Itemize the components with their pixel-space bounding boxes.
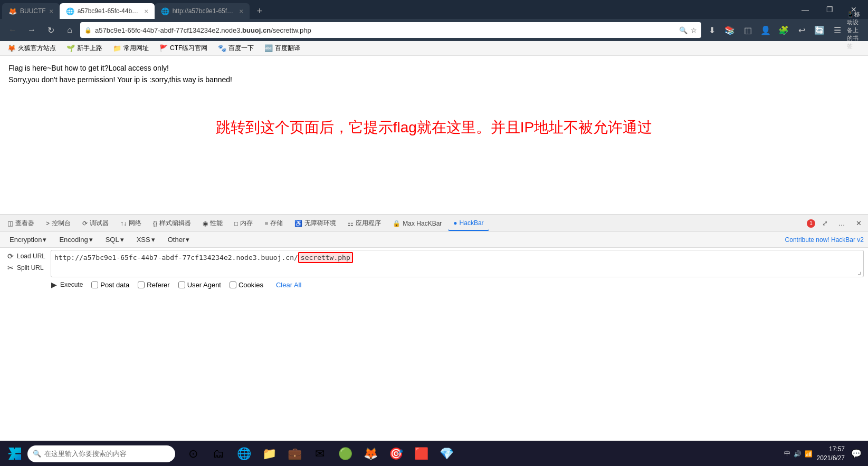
download-button[interactable]: ⬇ <box>703 22 720 38</box>
collections-button[interactable]: 📚 <box>721 22 738 38</box>
xss-chevron-icon: ▾ <box>151 236 155 244</box>
tab-close-third[interactable]: ✕ <box>239 8 243 14</box>
mobile-bookmarks[interactable]: 📱移动设备上的书签 <box>847 22 864 38</box>
devtools-tab-application[interactable]: ⚏ 应用程序 <box>342 216 386 231</box>
menu-button[interactable]: ☰ <box>829 22 846 38</box>
devtools-tab-hackbar[interactable]: ● HackBar <box>448 216 489 231</box>
hackbar-bottom-row: ▶ Execute Post data Referer User Agent <box>4 279 864 290</box>
bookmark-huhu[interactable]: 🦊 火狐官方站点 <box>4 43 59 54</box>
home-button[interactable]: ⌂ <box>61 22 78 38</box>
hackbar-url-display[interactable]: http://a57bc9e1-65fc-44b7-abdf-77cf13423… <box>51 250 864 277</box>
cookies-checkbox-label[interactable]: Cookies <box>230 281 263 289</box>
taskbar-app-taskview[interactable]: 🗂 <box>207 442 230 465</box>
back-button[interactable]: ← <box>4 22 21 38</box>
hackbar-checkboxes: Post data Referer User Agent Cookies C <box>91 280 301 290</box>
hackbar-contribute-link[interactable]: Contribute now! HackBar v2 <box>785 236 864 244</box>
cookies-checkbox[interactable] <box>230 281 236 288</box>
taskbar-app-tools[interactable]: 🎯 <box>384 442 407 465</box>
useragent-checkbox[interactable] <box>178 281 185 288</box>
bookmark-common[interactable]: 📁 常用网址 <box>110 43 152 54</box>
hackbar-menu-other[interactable]: Other ▾ <box>163 235 195 245</box>
useragent-checkbox-label[interactable]: User Agent <box>178 281 221 289</box>
execute-button[interactable]: ▶ Execute <box>47 279 85 290</box>
lock-icon: 🔒 <box>84 27 92 34</box>
tab-favicon-active: 🌐 <box>66 7 74 15</box>
taskbar-search-bar[interactable]: 🔍 在这里输入你要搜索的内容 <box>27 445 175 462</box>
taskbar-app-edge[interactable]: 🌐 <box>232 442 255 465</box>
history-back-button[interactable]: ↩ <box>793 22 810 38</box>
taskbar-app-store[interactable]: 💼 <box>283 442 306 465</box>
devtools-expand-button[interactable]: ⤢ <box>817 216 832 231</box>
referer-checkbox-label[interactable]: Referer <box>138 281 169 289</box>
tab-close-active[interactable]: ✕ <box>144 8 148 14</box>
devtools-tab-maxhackbar[interactable]: 🔒 Max HacKBar <box>387 216 447 231</box>
devtools-tab-accessibility[interactable]: ♿ 无障碍环境 <box>289 216 341 231</box>
bookmark-ctf[interactable]: 🚩 CTF练习官网 <box>156 43 211 54</box>
devtools-more-button[interactable]: … <box>834 216 849 231</box>
tab-active[interactable]: 🌐 a57bc9e1-65fc-44b7-abdf-77cf1 ✕ <box>60 3 155 19</box>
execute-icon: ▶ <box>50 280 58 289</box>
referer-checkbox[interactable] <box>138 281 145 288</box>
tab-buuctf[interactable]: 🦊 BUUCTF ✕ <box>2 3 60 19</box>
minimize-button[interactable]: — <box>793 0 817 19</box>
reload-button[interactable]: ↻ <box>42 22 59 38</box>
split-url-button[interactable]: ✂ Split URL <box>4 263 47 273</box>
taskbar-app-cortana[interactable]: ⊙ <box>182 442 205 465</box>
forward-button[interactable]: → <box>23 22 40 38</box>
devtools-tab-storage[interactable]: ≡ 存储 <box>259 216 288 231</box>
taskbar-network-icon[interactable]: 📶 <box>805 450 813 458</box>
inspector-icon: ◫ <box>7 220 13 227</box>
sidebar-button[interactable]: ◫ <box>739 22 756 38</box>
tab-favicon-buuctf: 🦊 <box>8 7 17 15</box>
postdata-checkbox[interactable] <box>91 281 98 288</box>
add-tab-button[interactable]: + <box>252 3 268 19</box>
hackbar-menu-sql[interactable]: SQL ▾ <box>100 235 129 245</box>
titlebar: 🦊 BUUCTF ✕ 🌐 a57bc9e1-65fc-44b7-abdf-77c… <box>0 0 868 19</box>
split-url-icon: ✂ <box>6 264 15 272</box>
style-icon: {} <box>153 220 157 227</box>
account-button[interactable]: 👤 <box>757 22 774 38</box>
taskbar-app-blue[interactable]: 💎 <box>435 442 458 465</box>
devtools-tab-debugger[interactable]: ⟳ 调试器 <box>77 216 114 231</box>
tab-third[interactable]: 🌐 http://a57bc9e1-65fc-44b7-abd ✕ <box>155 3 250 19</box>
bookmark-newbie-icon: 🌱 <box>66 44 75 52</box>
hackbar-menu-xss[interactable]: XSS ▾ <box>131 235 160 245</box>
console-icon: > <box>46 220 50 227</box>
bookmark-newbie[interactable]: 🌱 新手上路 <box>63 43 106 54</box>
devtools-tab-performance[interactable]: ◉ 性能 <box>197 216 228 231</box>
bookmark-star-icon[interactable]: ☆ <box>691 26 697 34</box>
devtools-close-button[interactable]: ✕ <box>851 216 866 231</box>
performance-icon: ◉ <box>203 220 208 227</box>
devtools-tab-console[interactable]: > 控制台 <box>41 216 76 231</box>
taskbar-app-green[interactable]: 🟢 <box>333 442 357 465</box>
clear-all-button[interactable]: Clear All <box>276 281 301 289</box>
tab-title-buuctf: BUUCTF <box>20 7 46 15</box>
devtools-tab-memory[interactable]: □ 内存 <box>229 216 258 231</box>
devtools-tab-inspector[interactable]: ◫ 查看器 <box>2 216 40 231</box>
bookmark-baidu[interactable]: 🐾 百度一下 <box>215 43 257 54</box>
tab-close-buuctf[interactable]: ✕ <box>49 8 53 14</box>
address-bar[interactable]: 🔒 a57bc9e1-65fc-44b7-abdf-77cf134234e2.n… <box>80 22 701 38</box>
taskbar-app-mail[interactable]: ✉ <box>308 442 331 465</box>
other-chevron-icon: ▾ <box>186 236 189 244</box>
textarea-resize-handle[interactable]: ⌟ <box>857 266 862 276</box>
tab-title-third: http://a57bc9e1-65fc-44b7-abd <box>173 7 236 15</box>
bookmark-translate[interactable]: 🔤 百度翻译 <box>261 43 303 54</box>
postdata-checkbox-label[interactable]: Post data <box>91 281 129 289</box>
devtools-tab-network[interactable]: ↑↓ 网络 <box>115 216 147 231</box>
hackbar-menu-encoding[interactable]: Encoding ▾ <box>54 235 98 245</box>
taskbar-app-explorer[interactable]: 📁 <box>257 442 281 465</box>
taskbar-app-red[interactable]: 🟥 <box>409 442 433 465</box>
taskbar-clock[interactable]: 17:57 2021/6/27 <box>817 445 845 463</box>
maximize-button[interactable]: ❐ <box>817 0 842 19</box>
taskbar-volume-icon[interactable]: 🔊 <box>794 450 802 458</box>
extensions-button[interactable]: 🧩 <box>775 22 792 38</box>
notifications-button[interactable]: 💬 <box>849 446 864 461</box>
load-url-button[interactable]: ⟳ Load URL <box>4 251 47 261</box>
start-button[interactable] <box>4 443 25 464</box>
hackbar-menu-encryption[interactable]: Encryption ▾ <box>4 235 52 245</box>
devtools-tab-style[interactable]: {} 样式编辑器 <box>148 216 196 231</box>
error-count-badge: 1 <box>807 219 815 228</box>
taskbar-app-firefox[interactable]: 🦊 <box>359 442 382 465</box>
sync-button[interactable]: 🔄 <box>811 22 828 38</box>
